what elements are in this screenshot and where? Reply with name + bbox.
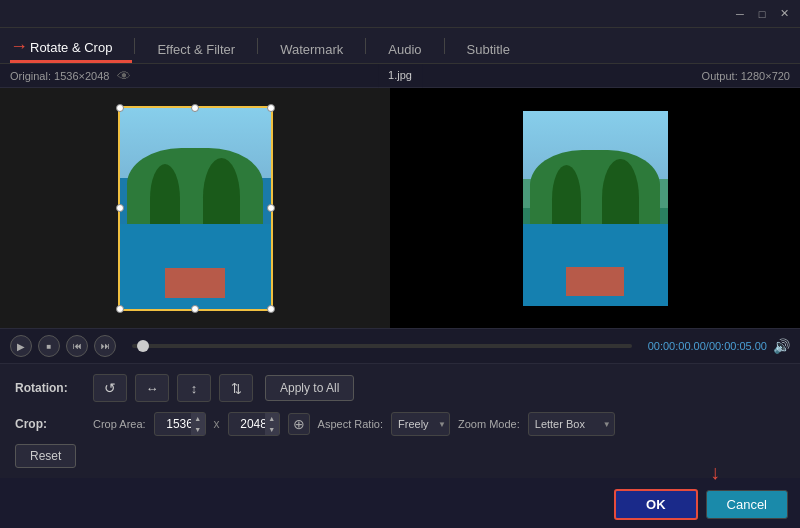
tab-rotate-crop[interactable]: Rotate & Crop xyxy=(10,34,132,63)
preview-left xyxy=(0,88,390,328)
prev-button[interactable]: ⏮ xyxy=(66,335,88,357)
handle-mid-right[interactable] xyxy=(267,204,275,212)
rotation-row: Rotation: ↺ ↔ ↕ ⇅ Apply to All xyxy=(15,374,785,402)
timeline-progress[interactable] xyxy=(132,344,632,348)
tab-divider-2 xyxy=(257,38,258,54)
controls-area: Rotation: ↺ ↔ ↕ ⇅ Apply to All Crop: Cro… xyxy=(0,364,800,478)
handle-bottom-mid[interactable] xyxy=(191,305,199,313)
apply-all-button[interactable]: Apply to All xyxy=(265,375,354,401)
aspect-ratio-select[interactable]: Freely 16:9 4:3 1:1 9:16 xyxy=(391,412,450,436)
rotate-up-button[interactable]: ⇅ xyxy=(219,374,253,402)
bottom-bar: OK Cancel xyxy=(602,481,800,528)
aspect-ratio-label: Aspect Ratio: xyxy=(318,418,383,430)
tab-bar: → Rotate & Crop Effect & Filter Watermar… xyxy=(0,28,800,64)
crop-width-down[interactable]: ▼ xyxy=(191,424,205,435)
filename: 1.jpg xyxy=(378,64,422,88)
tab-subtitle[interactable]: Subtitle xyxy=(447,36,530,63)
rotate-left-icon: ↺ xyxy=(104,380,116,396)
flip-horizontal-button[interactable]: ↔ xyxy=(135,374,169,402)
tab-divider-4 xyxy=(444,38,445,54)
preview-right xyxy=(390,88,800,328)
stop-button[interactable]: ■ xyxy=(38,335,60,357)
flip-h-icon: ↔ xyxy=(146,381,159,396)
original-label: Original: xyxy=(10,70,51,82)
handle-top-left[interactable] xyxy=(116,104,124,112)
maximize-button[interactable]: □ xyxy=(754,6,770,22)
tab-watermark[interactable]: Watermark xyxy=(260,36,363,63)
close-button[interactable]: ✕ xyxy=(776,6,792,22)
tab-divider-3 xyxy=(365,38,366,54)
crop-width-wrap: ▲ ▼ xyxy=(154,412,206,436)
aspect-ratio-select-wrap: Freely 16:9 4:3 1:1 9:16 xyxy=(391,412,450,436)
crop-area-label: Crop Area: xyxy=(93,418,146,430)
crop-height-down[interactable]: ▼ xyxy=(265,424,279,435)
tab-audio[interactable]: Audio xyxy=(368,36,441,63)
crop-height-up[interactable]: ▲ xyxy=(265,413,279,424)
info-bar: Original: 1536×2048 👁 1.jpg Output: 1280… xyxy=(0,64,800,88)
crop-width-up[interactable]: ▲ xyxy=(191,413,205,424)
crop-width-spinners: ▲ ▼ xyxy=(191,413,205,435)
zoom-mode-label: Zoom Mode: xyxy=(458,418,520,430)
right-preview-image xyxy=(523,111,668,306)
handle-bottom-right[interactable] xyxy=(267,305,275,313)
add-crop-icon: ⊕ xyxy=(293,416,305,432)
add-crop-button[interactable]: ⊕ xyxy=(288,413,310,435)
minimize-button[interactable]: ─ xyxy=(732,6,748,22)
handle-mid-left[interactable] xyxy=(116,204,124,212)
zoom-mode-select[interactable]: Letter Box Pan & Scan Full xyxy=(528,412,615,436)
output-info: Output: 1280×720 xyxy=(702,70,790,82)
preview-area xyxy=(0,88,800,328)
time-display: 00:00:00.00/00:00:05.00 xyxy=(648,340,767,352)
crop-height-wrap: ▲ ▼ xyxy=(228,412,280,436)
original-size: 1536×2048 xyxy=(54,70,109,82)
preview-container xyxy=(0,88,800,328)
tab-divider-1 xyxy=(134,38,135,54)
cancel-button[interactable]: Cancel xyxy=(706,490,788,519)
rotate-up-icon: ⇅ xyxy=(231,381,242,396)
crop-frame[interactable] xyxy=(118,106,273,311)
handle-bottom-left[interactable] xyxy=(116,305,124,313)
title-bar: ─ □ ✕ xyxy=(0,0,800,28)
crop-label: Crop: xyxy=(15,417,85,431)
crop-height-spinners: ▲ ▼ xyxy=(265,413,279,435)
timeline-thumb[interactable] xyxy=(137,340,149,352)
current-time: 00:00:00.00 xyxy=(648,340,706,352)
next-button[interactable]: ⏭ xyxy=(94,335,116,357)
reset-button[interactable]: Reset xyxy=(15,444,76,468)
tab-effect-filter[interactable]: Effect & Filter xyxy=(137,36,255,63)
volume-icon[interactable]: 🔊 xyxy=(773,338,790,354)
crop-row: Crop: Crop Area: ▲ ▼ x ▲ ▼ ⊕ Aspect Rati… xyxy=(15,412,785,436)
ok-button[interactable]: OK xyxy=(614,489,698,520)
flip-vertical-button[interactable]: ↕ xyxy=(177,374,211,402)
reset-row: Reset xyxy=(15,444,785,468)
total-time: 00:00:05.00 xyxy=(709,340,767,352)
rotate-left-button[interactable]: ↺ xyxy=(93,374,127,402)
crop-frame-container xyxy=(118,106,273,311)
rotation-label: Rotation: xyxy=(15,381,85,395)
x-separator: x xyxy=(214,417,220,431)
timeline-bar: ▶ ■ ⏮ ⏭ 00:00:00.00/00:00:05.00 🔊 xyxy=(0,328,800,364)
handle-top-mid[interactable] xyxy=(191,104,199,112)
zoom-mode-select-wrap: Letter Box Pan & Scan Full xyxy=(528,412,615,436)
play-button[interactable]: ▶ xyxy=(10,335,32,357)
handle-top-right[interactable] xyxy=(267,104,275,112)
flip-v-icon: ↕ xyxy=(191,381,198,396)
eye-icon[interactable]: 👁 xyxy=(117,68,131,84)
